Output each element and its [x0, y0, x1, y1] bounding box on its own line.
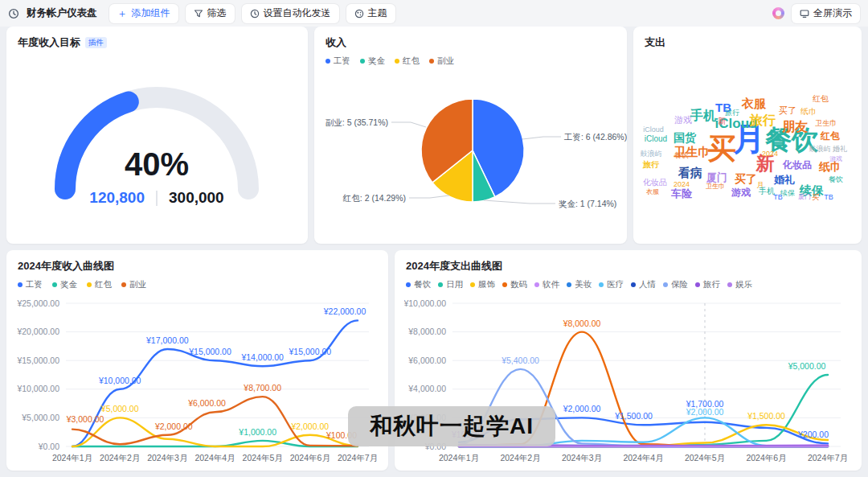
- cloud-word[interactable]: 化妆品: [783, 160, 812, 170]
- fullscreen-present-button[interactable]: 全屏演示: [792, 4, 860, 23]
- brand-gradient-icon[interactable]: [772, 7, 784, 19]
- y-tick: ¥20,000.00: [16, 327, 59, 336]
- legend-item-副业[interactable]: 副业: [429, 56, 454, 67]
- legend-item-工资[interactable]: 工资: [18, 279, 43, 290]
- cloud-word[interactable]: 餐饮: [674, 152, 689, 159]
- legend-item-奖金[interactable]: 奖金: [360, 56, 385, 67]
- cloud-word[interactable]: 红包: [813, 95, 829, 103]
- data-label: ¥5,000.00: [788, 361, 826, 371]
- automation-send-button[interactable]: 设置自动化发送: [242, 4, 339, 23]
- data-label: ¥15,000.00: [289, 347, 332, 356]
- data-label: ¥1,500.00: [614, 411, 653, 421]
- legend-item-红包[interactable]: 红包: [87, 279, 112, 290]
- cloud-word[interactable]: 厦门: [706, 172, 727, 183]
- cloud-word[interactable]: 旅行: [750, 114, 776, 127]
- cloud-word[interactable]: 2024: [762, 150, 778, 158]
- legend-dot: [438, 282, 443, 287]
- cloud-word[interactable]: 国货: [674, 132, 696, 143]
- data-label: ¥2,000.00: [290, 421, 329, 431]
- legend-item-美妆[interactable]: 美妆: [567, 279, 592, 290]
- legend-item-软件[interactable]: 软件: [534, 279, 559, 290]
- cloud-word[interactable]: 鼓浪屿: [809, 146, 831, 153]
- gauge-target: 300,000: [169, 189, 224, 206]
- cloud-word[interactable]: iCloud: [645, 135, 667, 143]
- legend-label: 服饰: [478, 279, 495, 290]
- cloud-word[interactable]: 买: [813, 194, 820, 201]
- x-tick: 2024年2月: [100, 453, 140, 463]
- legend-item-红包[interactable]: 红包: [395, 56, 420, 67]
- filter-button[interactable]: 筛选: [186, 4, 235, 23]
- cloud-word[interactable]: 红包: [821, 131, 840, 141]
- cloud-word[interactable]: 卫生巾: [706, 183, 725, 190]
- x-tick: 2024年4月: [623, 453, 663, 463]
- cloud-word[interactable]: 买了: [735, 173, 757, 184]
- legend-item-日用[interactable]: 日用: [438, 279, 463, 290]
- legend-label: 副业: [129, 279, 146, 290]
- legend-label: 餐饮: [414, 279, 431, 290]
- theme-button[interactable]: 主题: [346, 4, 395, 23]
- cloud-word[interactable]: 游戏: [731, 187, 751, 197]
- pie-label-line: [484, 200, 555, 204]
- gauge-percent: 40%: [125, 146, 189, 182]
- cloud-word[interactable]: TB: [773, 194, 783, 201]
- legend-label: 工资: [26, 279, 43, 290]
- legend-item-人情[interactable]: 人情: [631, 279, 656, 290]
- income-line-container: ¥0.00¥5,000.00¥10,000.00¥15,000.00¥20,00…: [16, 295, 379, 471]
- cloud-word[interactable]: 厦门: [798, 194, 811, 200]
- legend-item-医疗[interactable]: 医疗: [599, 279, 624, 290]
- cloud-word[interactable]: 游戏: [829, 156, 842, 162]
- schedule-icon: [250, 9, 260, 19]
- card-title: 2024年度支出曲线图: [406, 260, 502, 272]
- legend-item-娱乐[interactable]: 娱乐: [727, 279, 752, 290]
- cloud-word[interactable]: 看病: [678, 167, 702, 179]
- legend-dot: [695, 282, 700, 287]
- cloud-word[interactable]: 卫生巾: [816, 120, 837, 127]
- legend-dot: [534, 282, 539, 287]
- history-icon[interactable]: [8, 8, 19, 19]
- legend-item-餐饮[interactable]: 餐饮: [406, 279, 431, 290]
- cloud-word[interactable]: 婚礼: [833, 146, 847, 153]
- cloud-word[interactable]: 手机: [759, 187, 775, 195]
- legend-label: 红包: [95, 279, 112, 290]
- y-tick: ¥5,000.00: [21, 413, 59, 422]
- x-tick: 2024年5月: [685, 453, 725, 463]
- legend-item-工资[interactable]: 工资: [326, 56, 350, 67]
- cloud-word[interactable]: 2024: [674, 181, 690, 188]
- legend-item-副业[interactable]: 副业: [121, 279, 146, 290]
- legend-item-奖金[interactable]: 奖金: [52, 279, 77, 290]
- cloud-word[interactable]: 纸巾: [819, 161, 841, 172]
- cloud-word[interactable]: 买: [707, 134, 736, 163]
- cloud-word[interactable]: 衣服: [742, 97, 766, 109]
- legend-label: 奖金: [60, 279, 77, 290]
- cloud-word[interactable]: 旅行: [643, 161, 659, 169]
- legend-item-数码[interactable]: 数码: [502, 279, 527, 290]
- cloud-word[interactable]: 朋友: [782, 121, 808, 134]
- cloud-word[interactable]: 鼓浪屿: [641, 150, 662, 158]
- cloud-word[interactable]: 游戏: [674, 116, 692, 125]
- page-title: 财务帐户仪表盘: [27, 6, 97, 20]
- cloud-word[interactable]: 车险: [671, 188, 692, 199]
- legend-dot: [52, 282, 57, 287]
- cloud-word[interactable]: 衣服: [646, 189, 659, 195]
- legend-item-服饰[interactable]: 服饰: [470, 279, 495, 290]
- gauge-container: 40%120,800300,000: [24, 46, 289, 218]
- cloud-word[interactable]: 手机: [690, 109, 716, 122]
- cloud-word[interactable]: 买了: [779, 106, 796, 115]
- data-label: ¥5,400.00: [501, 356, 539, 365]
- cloud-word[interactable]: 餐饮: [829, 176, 843, 183]
- add-widget-button[interactable]: ＋ 添加组件: [109, 4, 178, 23]
- cloud-word[interactable]: 婚礼: [774, 175, 795, 185]
- legend-item-旅行[interactable]: 旅行: [695, 279, 720, 290]
- cloud-word[interactable]: iCloud: [643, 126, 664, 134]
- legend-dot: [502, 282, 507, 287]
- cloud-word[interactable]: 化妆品: [643, 179, 667, 187]
- card-income-trend: 2024年度收入曲线图 工资奖金红包副业 ¥0.00¥5,000.00¥10,0…: [6, 250, 388, 471]
- cloud-word[interactable]: TB: [824, 194, 833, 201]
- cloud-word[interactable]: 旅行: [725, 109, 739, 117]
- x-tick: 2024年5月: [243, 453, 283, 463]
- pie-label-红包: 红包: 2 (14.29%): [342, 193, 406, 203]
- cloud-word[interactable]: 纸巾: [800, 108, 817, 116]
- cloud-word[interactable]: 新: [718, 117, 726, 125]
- legend-item-保险[interactable]: 保险: [663, 279, 688, 290]
- y-tick: ¥4,000.00: [407, 384, 446, 393]
